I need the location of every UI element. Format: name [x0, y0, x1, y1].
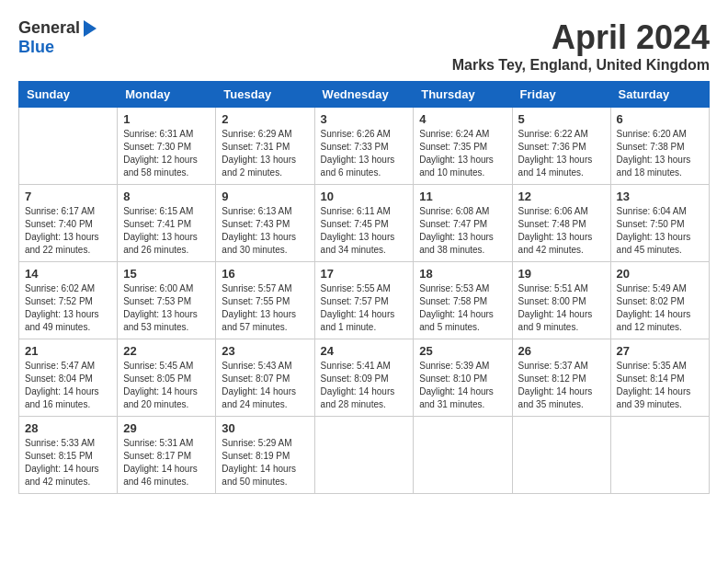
day-info: Sunrise: 5:39 AM Sunset: 8:10 PM Dayligh…: [419, 360, 506, 411]
calendar-cell: [610, 417, 709, 494]
calendar-cell: 26Sunrise: 5:37 AM Sunset: 8:12 PM Dayli…: [512, 339, 610, 417]
calendar-cell: 22Sunrise: 5:45 AM Sunset: 8:05 PM Dayli…: [118, 339, 216, 417]
calendar-location: Marks Tey, England, United Kingdom: [452, 57, 710, 74]
day-info: Sunrise: 5:53 AM Sunset: 7:58 PM Dayligh…: [419, 282, 506, 334]
day-info: Sunrise: 5:57 AM Sunset: 7:55 PM Dayligh…: [222, 282, 308, 334]
calendar-cell: 5Sunrise: 6:22 AM Sunset: 7:36 PM Daylig…: [512, 108, 610, 185]
calendar-cell: [314, 417, 414, 494]
calendar-cell: 18Sunrise: 5:53 AM Sunset: 7:58 PM Dayli…: [414, 262, 512, 339]
day-info: Sunrise: 6:08 AM Sunset: 7:47 PM Dayligh…: [419, 205, 506, 257]
day-info: Sunrise: 5:47 AM Sunset: 8:04 PM Dayligh…: [25, 360, 111, 411]
day-info: Sunrise: 5:45 AM Sunset: 8:05 PM Dayligh…: [123, 360, 210, 411]
calendar-week-row: 21Sunrise: 5:47 AM Sunset: 8:04 PM Dayli…: [19, 339, 710, 417]
day-number: 14: [25, 267, 111, 281]
day-number: 19: [518, 267, 605, 281]
logo-general-text: General: [18, 18, 80, 38]
calendar-cell: 17Sunrise: 5:55 AM Sunset: 7:57 PM Dayli…: [314, 262, 414, 339]
calendar-week-row: 28Sunrise: 5:33 AM Sunset: 8:15 PM Dayli…: [19, 417, 710, 494]
day-info: Sunrise: 5:29 AM Sunset: 8:19 PM Dayligh…: [222, 437, 308, 488]
day-number: 1: [123, 112, 210, 126]
column-header-saturday: Saturday: [610, 82, 709, 108]
day-info: Sunrise: 5:35 AM Sunset: 8:14 PM Dayligh…: [617, 360, 703, 411]
column-header-friday: Friday: [512, 82, 610, 108]
calendar-cell: 16Sunrise: 5:57 AM Sunset: 7:55 PM Dayli…: [216, 262, 314, 339]
day-number: 6: [617, 112, 703, 126]
calendar-cell: 28Sunrise: 5:33 AM Sunset: 8:15 PM Dayli…: [19, 417, 118, 494]
day-info: Sunrise: 6:13 AM Sunset: 7:43 PM Dayligh…: [222, 205, 308, 257]
calendar-cell: 23Sunrise: 5:43 AM Sunset: 8:07 PM Dayli…: [216, 339, 314, 417]
day-info: Sunrise: 6:31 AM Sunset: 7:30 PM Dayligh…: [123, 128, 210, 179]
day-info: Sunrise: 5:31 AM Sunset: 8:17 PM Dayligh…: [123, 437, 210, 488]
calendar-cell: 25Sunrise: 5:39 AM Sunset: 8:10 PM Dayli…: [414, 339, 512, 417]
calendar-cell: [512, 417, 610, 494]
day-number: 13: [617, 190, 703, 203]
day-number: 15: [123, 267, 210, 281]
column-header-wednesday: Wednesday: [314, 82, 414, 108]
calendar-cell: 7Sunrise: 6:17 AM Sunset: 7:40 PM Daylig…: [19, 185, 118, 262]
day-number: 24: [321, 344, 408, 358]
day-number: 30: [222, 421, 308, 435]
day-number: 4: [419, 112, 506, 126]
day-number: 9: [222, 190, 308, 203]
day-info: Sunrise: 6:17 AM Sunset: 7:40 PM Dayligh…: [25, 205, 111, 257]
calendar-cell: [19, 108, 118, 185]
calendar-cell: [414, 417, 512, 494]
day-info: Sunrise: 6:04 AM Sunset: 7:50 PM Dayligh…: [617, 205, 703, 257]
calendar-cell: 21Sunrise: 5:47 AM Sunset: 8:04 PM Dayli…: [19, 339, 118, 417]
calendar-cell: 11Sunrise: 6:08 AM Sunset: 7:47 PM Dayli…: [414, 185, 512, 262]
calendar-cell: 19Sunrise: 5:51 AM Sunset: 8:00 PM Dayli…: [512, 262, 610, 339]
day-info: Sunrise: 6:20 AM Sunset: 7:38 PM Dayligh…: [617, 128, 703, 179]
calendar-cell: 15Sunrise: 6:00 AM Sunset: 7:53 PM Dayli…: [118, 262, 216, 339]
calendar-cell: 20Sunrise: 5:49 AM Sunset: 8:02 PM Dayli…: [610, 262, 709, 339]
calendar-cell: 6Sunrise: 6:20 AM Sunset: 7:38 PM Daylig…: [610, 108, 709, 185]
day-number: 23: [222, 344, 308, 358]
day-number: 25: [419, 344, 506, 358]
calendar-cell: 13Sunrise: 6:04 AM Sunset: 7:50 PM Dayli…: [610, 185, 709, 262]
day-info: Sunrise: 5:51 AM Sunset: 8:00 PM Dayligh…: [518, 282, 605, 334]
calendar-cell: 27Sunrise: 5:35 AM Sunset: 8:14 PM Dayli…: [610, 339, 709, 417]
day-number: 26: [518, 344, 605, 358]
header: General Blue April 2024 Marks Tey, Engla…: [18, 18, 710, 74]
day-number: 5: [518, 112, 605, 126]
calendar-cell: 8Sunrise: 6:15 AM Sunset: 7:41 PM Daylig…: [118, 185, 216, 262]
calendar-table: SundayMondayTuesdayWednesdayThursdayFrid…: [18, 81, 710, 494]
day-info: Sunrise: 6:06 AM Sunset: 7:48 PM Dayligh…: [518, 205, 605, 257]
day-number: 12: [518, 190, 605, 203]
logo-triangle-icon: [84, 20, 97, 37]
column-header-thursday: Thursday: [414, 82, 512, 108]
day-number: 18: [419, 267, 506, 281]
calendar-cell: 30Sunrise: 5:29 AM Sunset: 8:19 PM Dayli…: [216, 417, 314, 494]
day-number: 7: [25, 190, 111, 203]
calendar-week-row: 14Sunrise: 6:02 AM Sunset: 7:52 PM Dayli…: [19, 262, 710, 339]
day-number: 29: [123, 421, 210, 435]
day-info: Sunrise: 6:00 AM Sunset: 7:53 PM Dayligh…: [123, 282, 210, 334]
day-info: Sunrise: 5:37 AM Sunset: 8:12 PM Dayligh…: [518, 360, 605, 411]
title-area: April 2024 Marks Tey, England, United Ki…: [452, 18, 710, 74]
day-number: 17: [321, 267, 408, 281]
day-info: Sunrise: 6:29 AM Sunset: 7:31 PM Dayligh…: [222, 128, 308, 179]
logo: General Blue: [18, 18, 97, 57]
day-number: 20: [617, 267, 703, 281]
day-number: 28: [25, 421, 111, 435]
column-header-sunday: Sunday: [19, 82, 118, 108]
day-info: Sunrise: 6:22 AM Sunset: 7:36 PM Dayligh…: [518, 128, 605, 179]
calendar-cell: 29Sunrise: 5:31 AM Sunset: 8:17 PM Dayli…: [118, 417, 216, 494]
day-info: Sunrise: 5:33 AM Sunset: 8:15 PM Dayligh…: [25, 437, 111, 488]
day-info: Sunrise: 5:49 AM Sunset: 8:02 PM Dayligh…: [617, 282, 703, 334]
calendar-cell: 1Sunrise: 6:31 AM Sunset: 7:30 PM Daylig…: [118, 108, 216, 185]
calendar-title: April 2024: [452, 18, 710, 57]
day-number: 11: [419, 190, 506, 203]
column-header-monday: Monday: [118, 82, 216, 108]
day-info: Sunrise: 5:43 AM Sunset: 8:07 PM Dayligh…: [222, 360, 308, 411]
day-info: Sunrise: 6:15 AM Sunset: 7:41 PM Dayligh…: [123, 205, 210, 257]
day-info: Sunrise: 6:24 AM Sunset: 7:35 PM Dayligh…: [419, 128, 506, 179]
calendar-cell: 3Sunrise: 6:26 AM Sunset: 7:33 PM Daylig…: [314, 108, 414, 185]
calendar-cell: 4Sunrise: 6:24 AM Sunset: 7:35 PM Daylig…: [414, 108, 512, 185]
calendar-cell: 24Sunrise: 5:41 AM Sunset: 8:09 PM Dayli…: [314, 339, 414, 417]
calendar-cell: 9Sunrise: 6:13 AM Sunset: 7:43 PM Daylig…: [216, 185, 314, 262]
calendar-week-row: 7Sunrise: 6:17 AM Sunset: 7:40 PM Daylig…: [19, 185, 710, 262]
column-header-tuesday: Tuesday: [216, 82, 314, 108]
calendar-cell: 14Sunrise: 6:02 AM Sunset: 7:52 PM Dayli…: [19, 262, 118, 339]
calendar-cell: 12Sunrise: 6:06 AM Sunset: 7:48 PM Dayli…: [512, 185, 610, 262]
logo-blue-text: Blue: [18, 38, 54, 56]
